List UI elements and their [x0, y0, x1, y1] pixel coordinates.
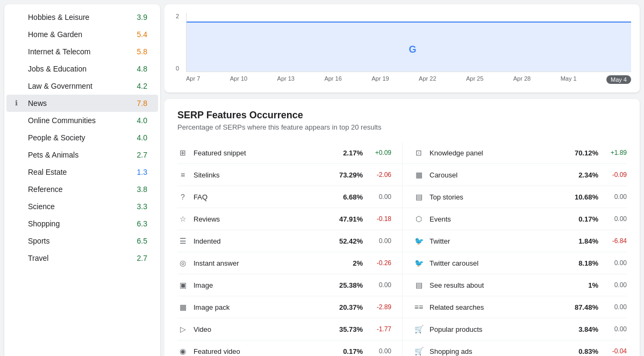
serp-feature-row: ⊡Knowledge panel70.12%+1.89: [402, 142, 627, 164]
serp-feature-delta: 0.00: [367, 347, 391, 355]
sidebar-item-label: Reference: [28, 185, 63, 194]
serp-feature-icon: 🛒: [413, 346, 424, 356]
serp-feature-pct: 70.12%: [569, 149, 598, 157]
sidebar-item-label: Shopping: [28, 219, 60, 228]
serp-feature-name: Image pack: [194, 303, 333, 311]
serp-feature-name: Reviews: [194, 215, 333, 223]
serp-feature-pct: 20.37%: [333, 303, 363, 311]
serp-feature-delta: 0.00: [603, 303, 627, 311]
serp-feature-name: Video: [194, 325, 333, 333]
serp-feature-delta: 0.00: [603, 215, 627, 223]
sidebar-item-left: ℹNews: [15, 99, 47, 108]
serp-feature-pct: 1%: [569, 281, 598, 289]
y-label-0: 0: [176, 65, 179, 72]
serp-feature-row: 🛒Popular products3.84%0.00: [402, 318, 627, 340]
sidebar-item-value: 6.5: [137, 237, 147, 245]
serp-feature-delta: +1.89: [603, 149, 627, 156]
sidebar-item-left: Law & Government: [15, 82, 92, 90]
sidebar-item-label: News: [28, 99, 47, 108]
sidebar-item-hobbies---leisure[interactable]: Hobbies & Leisure3.9: [6, 9, 158, 26]
sidebar-item-online-communities[interactable]: Online Communities4.0: [6, 112, 158, 129]
serp-feature-pct: 6.68%: [333, 193, 363, 201]
serp-feature-delta: -0.04: [603, 347, 627, 355]
serp-feature-delta: +0.09: [367, 149, 391, 156]
sidebar-item-real-estate[interactable]: Real Estate1.3: [6, 163, 158, 181]
serp-feature-delta: 0.00: [603, 259, 627, 267]
sidebar-item-shopping[interactable]: Shopping6.3: [6, 215, 158, 232]
serp-feature-pct: 2%: [333, 259, 363, 267]
chart-x-label: Apr 28: [513, 75, 531, 84]
sidebar-item-home---garden[interactable]: Home & Garden5.4: [6, 26, 158, 43]
serp-feature-icon: ☰: [177, 236, 188, 246]
sidebar-item-left: Reference: [15, 185, 63, 194]
sidebar-item-jobs---education[interactable]: Jobs & Education4.8: [6, 60, 158, 77]
sidebar-item-pets---animals[interactable]: Pets & Animals2.7: [6, 146, 158, 163]
sidebar-item-label: Home & Garden: [28, 30, 82, 39]
sidebar-item-value: 4.0: [137, 133, 147, 142]
chart-x-label: May 1: [561, 75, 577, 84]
sidebar-item-sports[interactable]: Sports6.5: [6, 232, 158, 250]
serp-feature-icon: ⊞: [177, 147, 188, 158]
serp-feature-row: ▤Top stories10.68%0.00: [402, 186, 627, 208]
sidebar-item-science[interactable]: Science3.3: [6, 198, 158, 215]
sidebar-item-travel[interactable]: Travel2.7: [6, 250, 158, 267]
serp-feature-row: 🐦Twitter carousel8.18%0.00: [402, 252, 627, 274]
serp-feature-pct: 87.48%: [569, 303, 598, 311]
serp-feature-icon: ⊡: [413, 147, 424, 158]
serp-feature-name: Sitelinks: [194, 171, 333, 179]
serp-feature-pct: 35.73%: [333, 325, 363, 333]
serp-feature-name: Indented: [194, 237, 333, 245]
serp-left-column: ⊞Featured snippet2.17%+0.09≡Sitelinks73.…: [177, 142, 402, 356]
sidebar-item-left: Real Estate: [15, 168, 67, 176]
serp-feature-icon: 🛒: [413, 324, 424, 334]
serp-feature-name: See results about: [430, 281, 569, 289]
sidebar-item-label: Hobbies & Leisure: [28, 13, 89, 22]
sidebar-item-value: 4.0: [137, 116, 147, 125]
sidebar-item-label: People & Society: [28, 133, 85, 142]
sidebar-item-value: 2.7: [137, 151, 147, 159]
sidebar-item-left: Science: [15, 202, 55, 211]
serp-feature-row: 🛒Shopping ads0.83%-0.04: [402, 340, 627, 356]
serp-title: SERP Features Occurrence: [177, 110, 627, 121]
serp-feature-name: Related searches: [430, 303, 569, 311]
sidebar-item-reference[interactable]: Reference3.8: [6, 181, 158, 198]
serp-feature-delta: 0.00: [603, 325, 627, 333]
sidebar-item-law---government[interactable]: Law & Government4.2: [6, 77, 158, 95]
sidebar-item-left: Jobs & Education: [15, 65, 87, 73]
sidebar-item-label: Jobs & Education: [28, 65, 87, 73]
serp-feature-pct: 2.34%: [569, 171, 598, 179]
serp-feature-icon: ◎: [177, 258, 188, 268]
serp-feature-delta: -2.06: [367, 171, 391, 179]
serp-feature-delta: -1.77: [367, 325, 391, 333]
chart-x-label: Apr 13: [277, 75, 295, 84]
serp-feature-name: Image: [194, 281, 333, 289]
chart-area: 2 0 G: [186, 13, 631, 72]
sidebar-item-value: 5.8: [137, 47, 147, 56]
sidebar-item-people---society[interactable]: People & Society4.0: [6, 129, 158, 146]
sidebar-item-news[interactable]: ℹNews7.8: [6, 95, 158, 112]
serp-feature-icon: ▷: [177, 324, 188, 334]
sidebar-item-value: 5.4: [137, 30, 147, 39]
sidebar-item-value: 4.8: [137, 65, 147, 73]
chart-x-label: Apr 10: [230, 75, 247, 84]
serp-feature-row: ▦Image pack20.37%-2.89: [177, 296, 402, 318]
serp-feature-icon: ≡: [177, 169, 188, 180]
sidebar-item-left: People & Society: [15, 133, 85, 142]
serp-feature-name: Events: [430, 215, 569, 223]
sidebar-item-internet---telecom[interactable]: Internet & Telecom5.8: [6, 43, 158, 60]
chart-x-label: Apr 19: [371, 75, 389, 84]
chart-x-label: May 4: [606, 75, 631, 84]
serp-feature-delta: -2.89: [367, 303, 391, 311]
serp-feature-row: ▣Image25.38%0.00: [177, 274, 402, 296]
sidebar-item-label: Internet & Telecom: [28, 47, 90, 56]
serp-feature-name: Featured video: [194, 347, 333, 355]
serp-feature-pct: 0.83%: [569, 347, 598, 355]
serp-feature-icon: ▦: [413, 169, 424, 180]
serp-feature-delta: -0.18: [367, 215, 391, 223]
serp-feature-row: ▷Video35.73%-1.77: [177, 318, 402, 340]
serp-subtitle: Percentage of SERPs where this feature a…: [177, 123, 627, 131]
sidebar-item-value: 7.8: [137, 99, 147, 108]
sidebar-item-label: Online Communities: [28, 116, 96, 125]
serp-feature-icon: ⬡: [413, 213, 424, 224]
serp-feature-icon: 🐦: [413, 236, 424, 246]
